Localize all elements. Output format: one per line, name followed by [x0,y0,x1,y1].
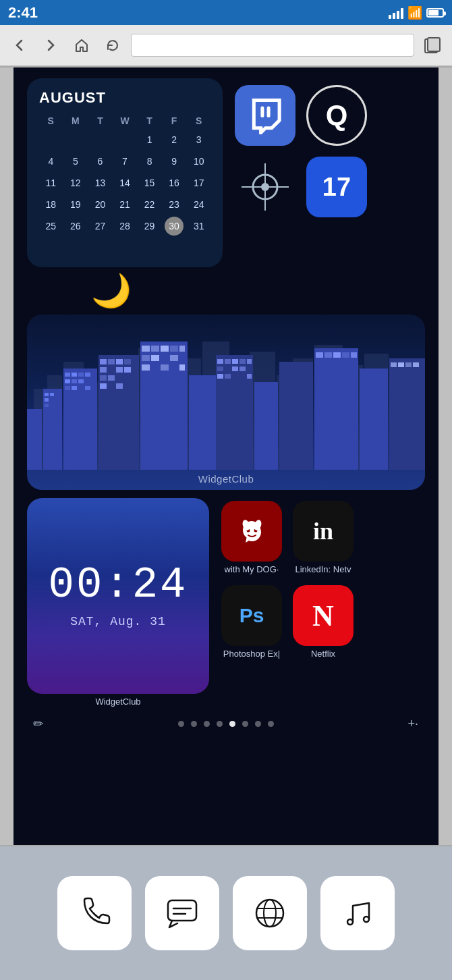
page-dot-8[interactable] [268,721,274,727]
cal-cell-29[interactable]: 29 [140,217,159,236]
page-dot-7[interactable] [255,721,261,727]
svg-rect-80 [254,382,278,470]
svg-rect-89 [389,358,425,470]
svg-rect-75 [232,366,238,371]
browser-nav-bar [0,25,452,66]
home-button[interactable] [69,32,94,58]
svg-rect-67 [189,375,216,470]
cal-cell-1[interactable]: 1 [140,130,159,149]
cal-cell-12[interactable]: 12 [66,173,85,192]
blue17-app-icon[interactable]: 17 [306,157,367,217]
cal-cell-14[interactable]: 14 [115,173,134,192]
svg-rect-65 [161,364,169,371]
svg-rect-28 [45,393,49,396]
messages-dock-icon[interactable] [145,876,219,950]
cal-cell-11[interactable]: 11 [41,173,60,192]
cal-cell-28[interactable]: 28 [115,217,134,236]
cal-cell-3[interactable]: 3 [190,130,208,149]
cal-cell-19[interactable]: 19 [66,195,85,214]
photoshop-app-icon[interactable]: Ps [221,585,282,646]
plus-icon[interactable]: +· [407,717,418,731]
svg-rect-70 [225,359,231,364]
address-bar[interactable] [131,34,414,57]
page-dots-row: ✎ +· [27,716,425,731]
pencil-icon[interactable]: ✎ [30,715,47,732]
twitch-app-icon[interactable] [235,85,295,146]
cal-cell-10[interactable]: 10 [190,152,208,171]
svg-rect-81 [279,362,313,470]
cal-cell-13[interactable]: 13 [90,173,109,192]
svg-rect-36 [85,373,90,377]
svg-rect-48 [100,367,107,373]
svg-rect-39 [78,379,84,383]
browser-dock-icon[interactable] [233,876,307,950]
city-skyline-widget: WidgetClub [27,315,425,490]
calendar-grid: S M T W T F S 1 2 3 4 5 [39,113,210,236]
reload-button[interactable] [100,32,125,58]
tabs-button[interactable] [420,32,445,58]
svg-rect-41 [72,386,77,390]
top-row: AUGUST S M T W T F S 1 2 [27,78,425,267]
svg-rect-93 [413,362,419,367]
quora-app-icon[interactable]: Q [306,85,367,146]
cal-cell-27[interactable]: 27 [90,217,109,236]
page-dot-3[interactable] [204,721,210,727]
status-bar: 2:41 📶 [0,0,452,25]
city-widget-label: WidgetClub [27,473,425,485]
linkedin-app-icon[interactable]: in [293,501,354,562]
page-dot-5-active[interactable] [229,721,235,727]
page-dot-1[interactable] [178,721,184,727]
clock-widget-container: 00:24 SAT, Aug. 31 WidgetClub [27,498,209,707]
app-row-2: Ps Photoshop Ex| N Netflix [221,585,354,659]
page-dot-4[interactable] [217,721,223,727]
cal-cell-6[interactable]: 6 [90,152,109,171]
cal-cell-21[interactable]: 21 [115,195,134,214]
cal-cell-9[interactable]: 9 [165,152,183,171]
svg-rect-51 [100,375,107,381]
netflix-app-label: Netflix [311,649,335,659]
cal-cell-25[interactable]: 25 [41,217,60,236]
cal-cell-18[interactable]: 18 [41,195,60,214]
target-app-icon[interactable] [235,157,295,217]
cal-header-w: W [113,113,137,128]
music-dock-icon[interactable] [320,876,395,950]
cal-cell-2[interactable]: 2 [165,130,183,149]
svg-rect-42 [85,386,90,390]
cal-cell-4[interactable]: 4 [41,152,60,171]
cal-cell-24[interactable]: 24 [190,195,208,214]
page-dot-6[interactable] [242,721,248,727]
svg-rect-90 [391,362,397,367]
icon-row-1: Q [235,85,367,146]
back-button[interactable] [7,32,32,58]
photoshop-app-label: Photoshop Ex| [223,649,280,659]
netflix-app-icon[interactable]: N [293,585,354,646]
cal-cell-15[interactable]: 15 [140,173,159,192]
svg-point-105 [347,919,353,925]
phone-screen: AUGUST S M T W T F S 1 2 [13,67,439,911]
svg-rect-46 [116,359,123,364]
cal-cell-22[interactable]: 22 [140,195,159,214]
forward-button[interactable] [38,32,63,58]
cal-cell-16[interactable]: 16 [165,173,183,192]
cal-cell-20[interactable]: 20 [90,195,109,214]
svg-rect-85 [333,352,341,358]
cal-cell-23[interactable]: 23 [165,195,183,214]
phone-dock-icon[interactable] [57,876,132,950]
cal-cell-30-today[interactable]: 30 [165,217,183,236]
svg-rect-60 [179,346,185,352]
battery-icon [426,8,444,18]
signal-bars-icon [389,7,403,19]
cal-cell-7[interactable]: 7 [115,152,134,171]
cal-cell-31[interactable]: 31 [190,217,208,236]
svg-point-106 [364,917,369,922]
linkedin-app-label: LinkedIn: Netv [295,564,351,574]
cal-cell-17[interactable]: 17 [190,173,208,192]
svg-rect-74 [217,366,223,371]
svg-rect-31 [45,404,49,407]
dog-app-icon[interactable] [221,501,282,562]
page-dot-2[interactable] [191,721,197,727]
svg-rect-35 [78,373,84,377]
cal-cell-8[interactable]: 8 [140,152,159,171]
cal-cell-26[interactable]: 26 [66,217,85,236]
cal-cell-5[interactable]: 5 [66,152,85,171]
